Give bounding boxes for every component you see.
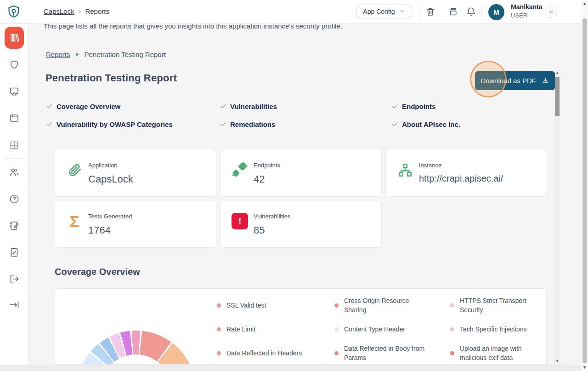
toc-item: Vulnerabilities — [220, 97, 391, 115]
scroll-up-icon[interactable]: ▲ — [581, 1, 588, 6]
legend-item: Tech Specific Injections — [450, 325, 538, 334]
check-icon — [220, 103, 226, 110]
breadcrumb-section: Reports — [85, 7, 109, 15]
breadcrumb-app-link[interactable]: CapsLock — [44, 7, 74, 15]
bell-icon[interactable] — [466, 6, 476, 17]
app-config-button[interactable]: App Config — [356, 5, 412, 18]
coverage-overview-title: Coverage Overview — [55, 267, 140, 277]
legend-dot — [334, 303, 339, 308]
sidebar-item-documents[interactable] — [9, 247, 20, 258]
legend-dot — [217, 327, 221, 331]
legend-dot — [334, 327, 339, 331]
stat-card-application: Application CapsLock — [55, 149, 216, 197]
stat-value: 1764 — [88, 224, 111, 236]
page-scrollbar[interactable]: ▲ ▼ — [581, 0, 588, 371]
library-icon — [9, 32, 20, 43]
sidebar-item-reports[interactable] — [5, 27, 24, 49]
legend-item: Data Reflected in Body from Params — [334, 344, 450, 362]
sidebar-divider — [4, 289, 25, 289]
sidebar-item-users[interactable] — [9, 166, 20, 177]
scroll-down-icon[interactable]: ▼ — [554, 359, 560, 364]
legend-dot — [450, 351, 454, 355]
legend-item: Cross Origin Resource Sharing — [334, 296, 450, 314]
printer-icon[interactable] — [448, 6, 458, 17]
stat-value: http://crapi.apisec.ai/ — [419, 173, 503, 184]
toc-item: Vulnerability by OWASP Categories — [46, 115, 220, 133]
stat-value: CapsLock — [88, 173, 133, 185]
download-icon — [542, 77, 549, 85]
coverage-overview-card: SSL Valid test Cross Origin Resource Sha… — [55, 288, 547, 365]
download-pdf-button[interactable]: Download as PDF — [475, 71, 555, 90]
toc-item: Remediations — [220, 115, 391, 133]
scroll-down-icon[interactable]: ▼ — [581, 365, 588, 370]
stat-card-endpoints: Endpoints 42 — [220, 149, 382, 197]
sidebar-item-applications[interactable] — [9, 113, 20, 124]
scroll-up-icon[interactable]: ▲ — [554, 71, 560, 75]
stat-label: Instance — [419, 162, 441, 169]
check-icon — [46, 103, 53, 110]
legend-dot — [217, 303, 221, 308]
content-scrollbar[interactable]: ▲ ▼ — [554, 70, 560, 365]
users-icon — [9, 166, 20, 177]
triangle-right-icon — [75, 52, 80, 57]
stats-grid: Application CapsLock Endpoints 42 — [55, 149, 547, 248]
page-description: This page lists all the reports that giv… — [44, 24, 342, 30]
user-menu-button[interactable] — [545, 6, 557, 18]
legend-item: Data Reflected in Headers — [217, 348, 334, 358]
stat-value: 42 — [254, 173, 265, 185]
coverage-legend: SSL Valid test Cross Origin Resource Sha… — [217, 293, 538, 365]
bottom-scroll-strip — [0, 365, 581, 371]
sidebar-item-logout[interactable] — [9, 274, 20, 285]
check-icon — [220, 121, 226, 128]
grid-icon — [9, 140, 20, 151]
legend-item: Content Type Header — [334, 325, 450, 334]
apisec-logo-icon — [6, 4, 22, 20]
legend-item: SSL Valid test — [217, 301, 334, 310]
user-avatar[interactable]: M — [488, 4, 504, 20]
sidebar-divider — [4, 158, 25, 159]
sidebar-item-notes[interactable] — [9, 220, 20, 231]
airplay-icon — [9, 86, 20, 97]
sidebar-item-security[interactable] — [9, 59, 20, 70]
stat-label: Endpoints — [254, 162, 280, 169]
stat-card-instance: Instance http://crapi.apisec.ai/ — [385, 149, 547, 197]
browser-window-icon — [9, 113, 20, 124]
chevron-right-icon: › — [79, 7, 81, 15]
logout-icon — [9, 274, 20, 285]
stat-card-tests-generated: Σ Tests Generated 1764 — [55, 200, 216, 248]
sidebar-item-dashboard[interactable] — [9, 140, 20, 151]
stat-card-vulnerabilities: ! Vulnerabilities 85 — [220, 200, 382, 248]
sitemap-icon — [396, 161, 414, 179]
toc-item: Endpoints — [391, 97, 460, 115]
paperclip-icon — [65, 161, 84, 179]
app-config-label: App Config — [363, 8, 395, 15]
top-header: CapsLock › Reports App Config — [0, 0, 581, 24]
page-scrollbar-thumb[interactable] — [582, 18, 587, 363]
breadcrumb-current: Penetration Testing Report — [85, 51, 166, 58]
check-icon — [391, 121, 398, 128]
shield-icon — [9, 59, 20, 70]
breadcrumb-reports-link[interactable]: Reports — [46, 51, 70, 58]
sidebar-item-help[interactable] — [9, 194, 20, 205]
header-divider — [419, 4, 419, 20]
chevron-down-icon — [548, 9, 554, 15]
content-scrollbar-thumb[interactable] — [555, 77, 560, 116]
sidebar-divider — [4, 185, 25, 185]
document-sign-icon — [9, 247, 20, 258]
user-name: Manikanta — [511, 3, 542, 11]
sigma-icon: Σ — [65, 212, 84, 230]
report-toc: Coverage Overview Vulnerabilities Endpoi… — [46, 97, 460, 133]
help-circle-icon — [9, 194, 20, 205]
sidebar-item-scans[interactable] — [9, 86, 20, 97]
legend-dot — [450, 327, 454, 331]
toc-item: Coverage Overview — [46, 97, 220, 115]
header-divider — [481, 4, 482, 20]
trash-icon[interactable] — [425, 6, 435, 17]
sidebar-collapse-button[interactable] — [9, 299, 20, 310]
stat-value: 85 — [254, 224, 265, 236]
stat-label: Vulnerabilities — [254, 213, 290, 220]
toc-item: About APIsec Inc. — [391, 115, 460, 133]
breadcrumb: CapsLock › Reports — [44, 7, 109, 15]
legend-item: HTTPS Strict Transport Security — [450, 296, 538, 314]
check-icon — [391, 103, 398, 110]
